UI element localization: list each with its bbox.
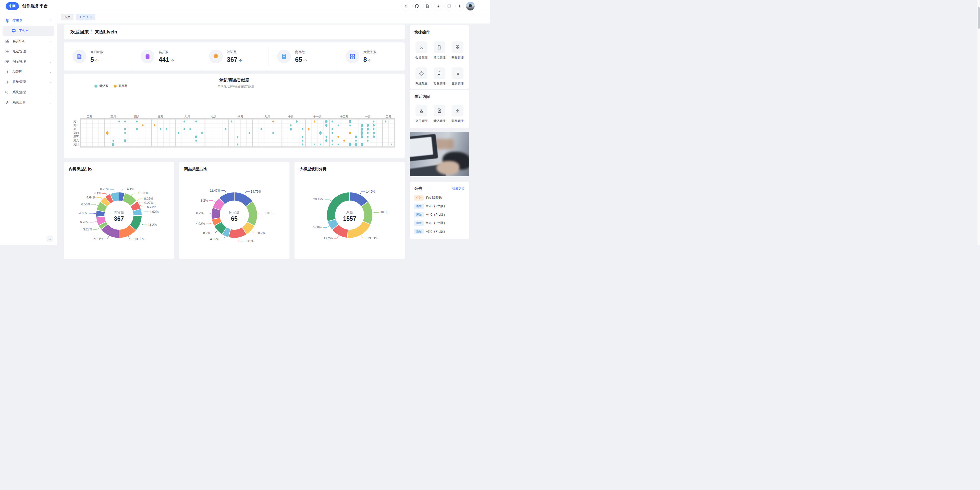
svg-text:周日: 周日 xyxy=(73,143,79,146)
quick-action-4[interactable]: 客服管理 xyxy=(431,67,449,86)
view-more-link[interactable]: 查看更多 xyxy=(452,187,465,191)
recent-visit-2[interactable]: 商品管理 xyxy=(449,105,466,123)
photo-hand xyxy=(436,161,460,175)
sidebar-item-members[interactable]: 会员中心 ⌄ xyxy=(3,36,54,46)
app-title: 创作服务平台 xyxy=(22,3,48,9)
settings-gear-icon[interactable] xyxy=(455,2,464,11)
sidebar-item-monitor[interactable]: 系统监控 ⌄ xyxy=(3,87,54,97)
svg-text:3.28%: 3.28% xyxy=(83,228,92,231)
svg-text:总量: 总量 xyxy=(346,211,353,214)
chat-orange-icon xyxy=(209,49,223,63)
action-label: 商品管理 xyxy=(452,119,464,123)
svg-text:8.2%: 8.2% xyxy=(203,231,210,235)
legend-dot xyxy=(114,85,117,88)
svg-text:6.28%: 6.28% xyxy=(100,188,109,191)
fullscreen-icon[interactable] xyxy=(445,2,453,11)
svg-text:周一: 周一 xyxy=(73,120,79,123)
announcement-text: v5.0（Pro版） xyxy=(426,204,447,209)
app-logo[interactable]: 来因 xyxy=(6,2,19,10)
sidebar-item-label: 仪表盘 xyxy=(13,18,22,23)
top-navbar: 来因 创作服务平台 G xyxy=(0,0,490,12)
stat-models: 大模型数 8个 xyxy=(337,47,405,66)
chevron-down-icon: ⌄ xyxy=(50,70,52,73)
grid-blue-icon xyxy=(345,49,360,63)
svg-text:12.2%: 12.2% xyxy=(324,236,332,240)
announcement-item-1[interactable]: 通知 v5.0（Pro版） xyxy=(414,204,465,209)
svg-text:周六: 周六 xyxy=(73,139,79,142)
svg-text:19.91%: 19.91% xyxy=(367,236,378,240)
sidebar-item-xianbao[interactable]: 闲宝管理 ⌄ xyxy=(3,57,54,66)
stats-card: 今日IP数 5个 会员数 441个 笔记数 367个 商品数 65个 大模型数 … xyxy=(64,42,405,70)
svg-text:九月: 九月 xyxy=(264,115,270,118)
tab-home[interactable]: 首页 xyxy=(61,14,73,21)
chevron-down-icon: ⌄ xyxy=(50,60,52,63)
sidebar-item-ai[interactable]: AI管理 ⌄ xyxy=(3,67,54,77)
announcement-text: v2.0（Pro版） xyxy=(426,230,447,234)
chart-title: 商品类型占比 xyxy=(179,162,290,171)
announcement-item-4[interactable]: 通知 v2.0（Pro版） xyxy=(414,229,465,234)
content-type-donut: 4.1%10.11%0.27%0.27%5.74%4.92%11.2%13.39… xyxy=(64,172,174,245)
action-label: 笔记管理 xyxy=(433,56,445,60)
quick-action-0[interactable]: 会员管理 xyxy=(412,41,431,60)
svg-text:11.47%: 11.47% xyxy=(210,189,220,192)
action-label: 会员管理 xyxy=(415,119,428,123)
svg-text:6.68%: 6.68% xyxy=(313,226,322,229)
legend-products[interactable]: 商品数 xyxy=(114,84,127,88)
chart-title: 笔记/商品贡献度 xyxy=(64,78,405,83)
stat-products: 商品数 65个 xyxy=(269,47,337,66)
gear-icon xyxy=(5,80,10,84)
tab-workbench[interactable]: 工作台 × xyxy=(76,14,95,21)
sidebar-item-tools[interactable]: 系统工具 ⌄ xyxy=(3,97,54,107)
chart-title: 大模型使用分析 xyxy=(294,162,405,171)
sidebar-item-system[interactable]: 系统管理 ⌄ xyxy=(3,77,54,87)
chat-icon xyxy=(434,67,445,79)
sidebar-nav: 仪表盘 ⌃ 工作台 会员中心 ⌄ 笔记管理 ⌄ 闲宝管理 ⌄ AI管理 ⌄ 系统… xyxy=(0,12,57,245)
recent-visit-1[interactable]: 笔记管理 xyxy=(431,105,449,123)
quick-action-2[interactable]: 商品管理 xyxy=(449,41,466,60)
sidebar-item-notes[interactable]: 笔记管理 ⌄ xyxy=(3,46,54,56)
svg-text:十月: 十月 xyxy=(288,115,294,118)
announcement-item-0[interactable]: 公告 Pro 版源码 xyxy=(414,195,465,201)
svg-text:6.56%: 6.56% xyxy=(81,203,90,206)
svg-text:内容量: 内容量 xyxy=(114,211,124,214)
document-icon xyxy=(434,105,445,117)
svg-text:三月: 三月 xyxy=(110,115,116,118)
action-label: 商品管理 xyxy=(452,56,464,60)
svg-text:8.2%: 8.2% xyxy=(258,231,266,235)
svg-text:周五: 周五 xyxy=(73,135,79,138)
sidebar-subitem-label: 工作台 xyxy=(19,29,29,33)
svg-text:八月: 八月 xyxy=(238,115,243,118)
github-icon[interactable] xyxy=(412,2,421,11)
theme-icon[interactable] xyxy=(434,2,442,11)
sidebar-item-workbench[interactable]: 工作台 xyxy=(3,26,54,36)
sidebar-item-label: 系统监控 xyxy=(13,90,26,94)
sidebar-item-label: 笔记管理 xyxy=(13,49,26,54)
sidebar-item-dashboard[interactable]: 仪表盘 ⌃ xyxy=(3,16,54,26)
svg-text:367: 367 xyxy=(114,215,124,222)
svg-text:4.1%: 4.1% xyxy=(94,192,101,195)
chevron-down-icon: ⌄ xyxy=(50,91,52,94)
recent-visit-0[interactable]: 会员管理 xyxy=(412,105,431,123)
sidebar-collapse-button[interactable] xyxy=(46,236,53,242)
svg-text:六月: 六月 xyxy=(185,115,190,118)
svg-text:周三: 周三 xyxy=(73,128,79,131)
layers-icon xyxy=(5,19,10,23)
gitee-icon[interactable]: G xyxy=(402,2,410,11)
legend-notes[interactable]: 笔记数 xyxy=(94,84,108,88)
gear-icon xyxy=(415,67,427,79)
announcement-item-3[interactable]: 通知 v3.0（Pro版） xyxy=(414,220,465,226)
svg-text:14.75%: 14.75% xyxy=(251,190,261,193)
quick-action-5[interactable]: 日志管理 xyxy=(449,67,466,86)
close-icon[interactable]: × xyxy=(90,16,92,19)
user-avatar[interactable] xyxy=(466,2,475,11)
sidebar-item-label: 系统工具 xyxy=(13,100,26,105)
announcement-item-2[interactable]: 通知 v4.0（Pro版） xyxy=(414,212,465,217)
quick-action-3[interactable]: 系统配置 xyxy=(412,67,431,86)
photo-laptop-window xyxy=(410,137,433,157)
workspace-photo[interactable] xyxy=(410,132,469,176)
svg-text:4.64%: 4.64% xyxy=(86,196,95,199)
document-icon[interactable] xyxy=(423,2,432,11)
quick-action-1[interactable]: 笔记管理 xyxy=(431,41,449,60)
announcement-text: Pro 版源码 xyxy=(426,196,442,200)
stat-today-ip: 今日IP数 5个 xyxy=(64,47,132,66)
